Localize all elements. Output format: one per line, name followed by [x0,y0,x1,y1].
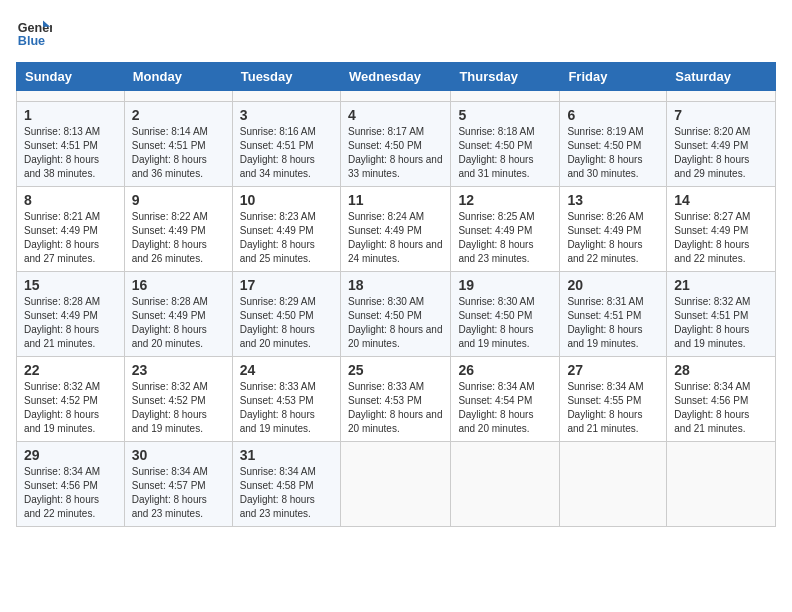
day-number: 19 [458,277,552,293]
calendar-header-day: Friday [560,63,667,91]
day-number: 24 [240,362,333,378]
day-info: Sunrise: 8:13 AMSunset: 4:51 PMDaylight:… [24,125,117,181]
calendar-day-cell: 4Sunrise: 8:17 AMSunset: 4:50 PMDaylight… [340,102,450,187]
calendar-day-cell [124,91,232,102]
day-number: 28 [674,362,768,378]
calendar-day-cell: 7Sunrise: 8:20 AMSunset: 4:49 PMDaylight… [667,102,776,187]
calendar-day-cell: 27Sunrise: 8:34 AMSunset: 4:55 PMDayligh… [560,357,667,442]
day-info: Sunrise: 8:29 AMSunset: 4:50 PMDaylight:… [240,295,333,351]
day-info: Sunrise: 8:34 AMSunset: 4:54 PMDaylight:… [458,380,552,436]
day-info: Sunrise: 8:28 AMSunset: 4:49 PMDaylight:… [132,295,225,351]
calendar-day-cell [451,442,560,527]
calendar-day-cell: 12Sunrise: 8:25 AMSunset: 4:49 PMDayligh… [451,187,560,272]
calendar-week-row: 15Sunrise: 8:28 AMSunset: 4:49 PMDayligh… [17,272,776,357]
day-number: 10 [240,192,333,208]
calendar-day-cell: 19Sunrise: 8:30 AMSunset: 4:50 PMDayligh… [451,272,560,357]
day-info: Sunrise: 8:27 AMSunset: 4:49 PMDaylight:… [674,210,768,266]
calendar-day-cell: 26Sunrise: 8:34 AMSunset: 4:54 PMDayligh… [451,357,560,442]
logo: General Blue [16,16,52,52]
day-number: 9 [132,192,225,208]
calendar-day-cell [451,91,560,102]
day-info: Sunrise: 8:24 AMSunset: 4:49 PMDaylight:… [348,210,443,266]
day-info: Sunrise: 8:17 AMSunset: 4:50 PMDaylight:… [348,125,443,181]
calendar-header-day: Wednesday [340,63,450,91]
calendar-day-cell: 18Sunrise: 8:30 AMSunset: 4:50 PMDayligh… [340,272,450,357]
day-info: Sunrise: 8:33 AMSunset: 4:53 PMDaylight:… [348,380,443,436]
calendar-header-day: Thursday [451,63,560,91]
day-number: 8 [24,192,117,208]
day-number: 20 [567,277,659,293]
day-number: 3 [240,107,333,123]
calendar-day-cell: 31Sunrise: 8:34 AMSunset: 4:58 PMDayligh… [232,442,340,527]
calendar-day-cell: 24Sunrise: 8:33 AMSunset: 4:53 PMDayligh… [232,357,340,442]
day-number: 6 [567,107,659,123]
logo-icon: General Blue [16,16,52,52]
day-info: Sunrise: 8:20 AMSunset: 4:49 PMDaylight:… [674,125,768,181]
day-info: Sunrise: 8:22 AMSunset: 4:49 PMDaylight:… [132,210,225,266]
day-info: Sunrise: 8:34 AMSunset: 4:56 PMDaylight:… [24,465,117,521]
day-number: 4 [348,107,443,123]
calendar-day-cell: 8Sunrise: 8:21 AMSunset: 4:49 PMDaylight… [17,187,125,272]
calendar-day-cell: 17Sunrise: 8:29 AMSunset: 4:50 PMDayligh… [232,272,340,357]
calendar-header-day: Sunday [17,63,125,91]
calendar-day-cell: 28Sunrise: 8:34 AMSunset: 4:56 PMDayligh… [667,357,776,442]
calendar-day-cell [667,91,776,102]
day-number: 7 [674,107,768,123]
day-number: 29 [24,447,117,463]
day-info: Sunrise: 8:18 AMSunset: 4:50 PMDaylight:… [458,125,552,181]
day-info: Sunrise: 8:30 AMSunset: 4:50 PMDaylight:… [458,295,552,351]
calendar-day-cell [232,91,340,102]
calendar-day-cell: 1Sunrise: 8:13 AMSunset: 4:51 PMDaylight… [17,102,125,187]
day-number: 1 [24,107,117,123]
calendar-day-cell [560,91,667,102]
day-info: Sunrise: 8:34 AMSunset: 4:55 PMDaylight:… [567,380,659,436]
day-number: 5 [458,107,552,123]
day-info: Sunrise: 8:14 AMSunset: 4:51 PMDaylight:… [132,125,225,181]
calendar-day-cell: 16Sunrise: 8:28 AMSunset: 4:49 PMDayligh… [124,272,232,357]
day-number: 18 [348,277,443,293]
calendar-week-row: 29Sunrise: 8:34 AMSunset: 4:56 PMDayligh… [17,442,776,527]
calendar-day-cell: 30Sunrise: 8:34 AMSunset: 4:57 PMDayligh… [124,442,232,527]
day-info: Sunrise: 8:16 AMSunset: 4:51 PMDaylight:… [240,125,333,181]
day-info: Sunrise: 8:23 AMSunset: 4:49 PMDaylight:… [240,210,333,266]
day-info: Sunrise: 8:32 AMSunset: 4:52 PMDaylight:… [132,380,225,436]
calendar-day-cell: 3Sunrise: 8:16 AMSunset: 4:51 PMDaylight… [232,102,340,187]
calendar-week-row: 22Sunrise: 8:32 AMSunset: 4:52 PMDayligh… [17,357,776,442]
calendar-day-cell: 5Sunrise: 8:18 AMSunset: 4:50 PMDaylight… [451,102,560,187]
calendar-day-cell [340,442,450,527]
day-number: 31 [240,447,333,463]
calendar-day-cell: 20Sunrise: 8:31 AMSunset: 4:51 PMDayligh… [560,272,667,357]
day-number: 17 [240,277,333,293]
calendar-day-cell: 23Sunrise: 8:32 AMSunset: 4:52 PMDayligh… [124,357,232,442]
calendar-header-day: Monday [124,63,232,91]
calendar-day-cell: 2Sunrise: 8:14 AMSunset: 4:51 PMDaylight… [124,102,232,187]
calendar-day-cell: 29Sunrise: 8:34 AMSunset: 4:56 PMDayligh… [17,442,125,527]
calendar-day-cell: 15Sunrise: 8:28 AMSunset: 4:49 PMDayligh… [17,272,125,357]
day-info: Sunrise: 8:32 AMSunset: 4:51 PMDaylight:… [674,295,768,351]
day-info: Sunrise: 8:21 AMSunset: 4:49 PMDaylight:… [24,210,117,266]
day-number: 14 [674,192,768,208]
calendar-day-cell: 11Sunrise: 8:24 AMSunset: 4:49 PMDayligh… [340,187,450,272]
calendar-header-day: Saturday [667,63,776,91]
calendar-day-cell: 14Sunrise: 8:27 AMSunset: 4:49 PMDayligh… [667,187,776,272]
calendar-day-cell: 25Sunrise: 8:33 AMSunset: 4:53 PMDayligh… [340,357,450,442]
calendar-day-cell: 13Sunrise: 8:26 AMSunset: 4:49 PMDayligh… [560,187,667,272]
day-number: 13 [567,192,659,208]
day-number: 11 [348,192,443,208]
calendar-week-row: 1Sunrise: 8:13 AMSunset: 4:51 PMDaylight… [17,102,776,187]
page-header: General Blue [16,16,776,52]
day-info: Sunrise: 8:34 AMSunset: 4:57 PMDaylight:… [132,465,225,521]
day-info: Sunrise: 8:19 AMSunset: 4:50 PMDaylight:… [567,125,659,181]
day-info: Sunrise: 8:34 AMSunset: 4:56 PMDaylight:… [674,380,768,436]
calendar-day-cell: 10Sunrise: 8:23 AMSunset: 4:49 PMDayligh… [232,187,340,272]
calendar-day-cell [17,91,125,102]
calendar-table: SundayMondayTuesdayWednesdayThursdayFrid… [16,62,776,527]
day-number: 15 [24,277,117,293]
calendar-day-cell [340,91,450,102]
calendar-day-cell: 6Sunrise: 8:19 AMSunset: 4:50 PMDaylight… [560,102,667,187]
day-info: Sunrise: 8:26 AMSunset: 4:49 PMDaylight:… [567,210,659,266]
calendar-header-day: Tuesday [232,63,340,91]
day-number: 12 [458,192,552,208]
day-number: 26 [458,362,552,378]
day-number: 21 [674,277,768,293]
